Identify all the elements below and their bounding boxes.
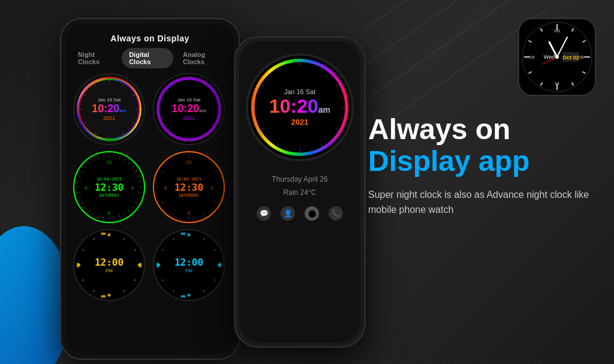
svg-point-100	[188, 233, 191, 236]
svg-text:9: 9	[85, 185, 87, 191]
svg-text:12: 12	[107, 160, 112, 165]
svg-point-93	[82, 279, 84, 281]
clock3-date: 16:04:2021	[95, 177, 124, 182]
clock2-content: Jan 16 Sat 10:20am 2021	[171, 97, 206, 121]
svg-point-92	[93, 290, 95, 293]
svg-line-125	[260, 128, 264, 130]
svg-rect-98	[77, 263, 79, 267]
svg-text:III: III	[580, 55, 584, 60]
phone2-weather: Rain 24°C	[272, 186, 327, 200]
svg-line-72	[214, 201, 217, 203]
svg-line-61	[93, 159, 94, 161]
tabs-bar: Night Clocks Digital Clocks Analog Clock…	[66, 48, 234, 73]
svg-line-51	[85, 206, 86, 207]
clock-purple[interactable]: Jan 16 Sat 10:20am 2021	[153, 73, 225, 145]
screen-title: Always on Display	[66, 24, 234, 48]
clock-green[interactable]: 12 3 6 9 16:04:2021 12:30 SATURDAY	[73, 151, 145, 223]
clock4-time: 12:30	[174, 182, 203, 193]
clock1-year: 2021	[92, 115, 127, 121]
svg-line-4	[133, 94, 136, 96]
svg-line-13	[94, 83, 96, 86]
svg-point-110	[161, 249, 164, 251]
svg-rect-113	[180, 295, 185, 297]
svg-line-63	[104, 155, 104, 158]
svg-line-58	[81, 171, 84, 173]
svg-line-38	[138, 192, 142, 192]
second-phone: Jan 16 Sat 10:20am 2021 Thursday April 2…	[234, 36, 366, 348]
tab-night[interactable]: Night Clocks	[71, 48, 119, 68]
svg-line-43	[124, 213, 125, 215]
svg-rect-114	[156, 263, 159, 267]
circle-icon: ⬤	[305, 206, 319, 221]
svg-rect-99	[139, 263, 142, 267]
wechat-icon: 💬	[257, 206, 271, 221]
svg-line-45	[115, 217, 115, 219]
svg-point-106	[214, 279, 216, 281]
main-phone: Always on Display Night Clocks Digital C…	[60, 18, 240, 360]
svg-line-52	[81, 201, 84, 203]
svg-text:6: 6	[188, 210, 190, 216]
svg-text:Oct 02: Oct 02	[562, 55, 579, 61]
svg-point-101	[188, 294, 191, 297]
svg-rect-112	[180, 233, 185, 235]
svg-text:VI: VI	[555, 81, 559, 86]
svg-line-119	[336, 85, 340, 87]
clock4-date: 16:04:2021	[174, 177, 203, 182]
svg-line-35	[137, 176, 140, 176]
svg-line-62	[98, 157, 99, 160]
svg-line-39	[137, 197, 140, 198]
svg-line-33	[133, 166, 134, 167]
svg-point-111	[173, 237, 175, 240]
svg-line-36	[138, 182, 142, 182]
tab-digital[interactable]: Digital Clocks	[122, 48, 173, 68]
svg-line-124	[277, 144, 279, 147]
phone-body: Always on Display Night Clocks Digital C…	[60, 18, 240, 360]
phone2-body: Jan 16 Sat 10:20am 2021 Thursday April 2…	[234, 36, 366, 348]
clock-rainbow[interactable]: Jan 16 Sat 10:20am 2021	[73, 73, 145, 145]
clock5-ampm: PM	[95, 268, 124, 273]
svg-line-118	[321, 68, 323, 71]
svg-text:3: 3	[131, 185, 134, 191]
clock4-content: 16:04:2021 12:30 SATURDAY	[174, 177, 203, 198]
clock4-label: SATURDAY	[174, 193, 203, 198]
phone2-info: Thursday April 26 Rain 24°C	[272, 173, 327, 199]
svg-line-3	[122, 83, 124, 86]
svg-line-44	[119, 214, 121, 217]
svg-point-91	[123, 290, 125, 293]
svg-point-107	[203, 290, 205, 293]
svg-line-60	[88, 163, 91, 165]
svg-text:6: 6	[108, 210, 110, 216]
svg-line-53	[79, 197, 81, 198]
svg-point-90	[134, 279, 137, 281]
clock2-year: 2021	[171, 115, 206, 121]
phone2-date: Thursday April 26	[272, 173, 327, 186]
main-title-white: Always on	[368, 114, 596, 146]
svg-point-88	[123, 237, 125, 240]
svg-line-76	[161, 201, 164, 203]
clock-yellow[interactable]: 12:00 PM	[73, 229, 145, 301]
svg-rect-115	[219, 263, 221, 267]
svg-line-59	[85, 166, 86, 167]
main-title-blue: Display app	[368, 146, 596, 178]
svg-line-73	[204, 213, 205, 215]
svg-point-94	[82, 249, 84, 251]
phone2-bottom-icons: 💬 👤 ⬤ 📞	[257, 206, 343, 221]
clock-cyan[interactable]: 12:00 PM	[153, 229, 225, 301]
large-clock-year: 2021	[269, 118, 330, 127]
clock-orange[interactable]: 12 3 6 9 16:04:2021 12:30 SATURDAY	[153, 151, 225, 223]
svg-line-29	[115, 155, 115, 158]
svg-point-109	[161, 279, 164, 281]
svg-line-40	[134, 201, 137, 203]
clock5-time: 12:00	[95, 257, 124, 268]
svg-line-7	[122, 133, 124, 136]
svg-point-84	[108, 233, 111, 236]
svg-line-78	[161, 171, 164, 173]
contacts-icon: 👤	[281, 206, 295, 221]
tab-analog[interactable]: Analog Clocks	[176, 48, 229, 68]
svg-point-153	[555, 55, 559, 59]
svg-point-89	[134, 249, 137, 251]
svg-text:3: 3	[211, 185, 213, 191]
svg-line-128	[277, 68, 279, 71]
svg-line-69	[204, 159, 205, 161]
app-description: Super night clock is also as Advance nig…	[368, 187, 596, 218]
